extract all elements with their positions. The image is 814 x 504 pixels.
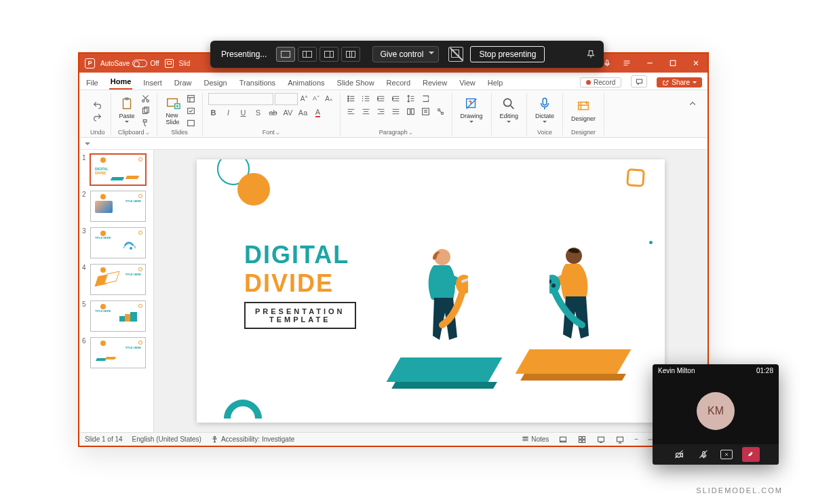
pin-icon[interactable] bbox=[585, 48, 597, 60]
share-button[interactable]: Share bbox=[657, 77, 702, 88]
slide-indicator[interactable]: Slide 1 of 14 bbox=[85, 435, 123, 443]
tab-transitions[interactable]: Transitions bbox=[238, 76, 277, 90]
layout-reporter-button[interactable] bbox=[319, 47, 338, 62]
font-size-dropdown[interactable] bbox=[275, 93, 298, 105]
tab-design[interactable]: Design bbox=[202, 76, 228, 90]
tab-file[interactable]: File bbox=[85, 76, 100, 90]
align-left-button[interactable] bbox=[346, 106, 357, 117]
text-direction-button[interactable] bbox=[421, 93, 431, 104]
decrease-font-button[interactable]: A˅ bbox=[311, 93, 322, 104]
share-screen-button[interactable] bbox=[720, 450, 733, 459]
decor-arc-icon bbox=[216, 391, 269, 423]
thumbnail-panel[interactable]: 1 DIGITALDIVIDE 2 TITLE HERE 3 TITLE HER… bbox=[79, 150, 154, 432]
thumbnail-3[interactable]: 3 TITLE HERE bbox=[82, 227, 151, 258]
strike-button[interactable]: ab bbox=[268, 107, 279, 118]
hang-up-button[interactable] bbox=[742, 447, 760, 462]
layout-side-button[interactable] bbox=[298, 47, 317, 62]
mic-off-button[interactable] bbox=[696, 447, 711, 462]
bold-button[interactable]: B bbox=[208, 107, 219, 118]
tab-help[interactable]: Help bbox=[486, 76, 505, 90]
tab-record[interactable]: Record bbox=[385, 76, 412, 90]
format-painter-button[interactable] bbox=[140, 117, 151, 128]
tab-slideshow[interactable]: Slide Show bbox=[336, 76, 376, 90]
reset-slide-button[interactable] bbox=[186, 105, 197, 116]
qat-dropdown-icon[interactable] bbox=[85, 142, 90, 148]
paste-button[interactable]: Paste bbox=[117, 95, 138, 126]
font-family-dropdown[interactable] bbox=[208, 93, 273, 105]
underline-button[interactable]: U bbox=[238, 107, 249, 118]
indent-inc-button[interactable] bbox=[391, 93, 402, 104]
teams-call-widget[interactable]: Kevin Milton 01:28 KM bbox=[653, 364, 779, 465]
shadow-button[interactable]: S bbox=[253, 107, 264, 118]
stop-presenting-button[interactable]: Stop presenting bbox=[470, 46, 545, 62]
popout-icon[interactable] bbox=[448, 47, 463, 62]
svg-rect-37 bbox=[598, 437, 604, 442]
tab-animations[interactable]: Animations bbox=[286, 76, 326, 90]
layout-button[interactable] bbox=[186, 93, 197, 104]
increase-font-button[interactable]: A˄ bbox=[299, 93, 310, 104]
dictate-button[interactable]: Dictate bbox=[532, 95, 557, 126]
comments-button[interactable] bbox=[631, 75, 647, 88]
normal-view-button[interactable] bbox=[558, 435, 568, 444]
char-spacing-button[interactable]: AV bbox=[283, 107, 294, 118]
thumbnail-1[interactable]: 1 DIGITALDIVIDE bbox=[82, 154, 151, 185]
thumbnail-5[interactable]: 5 TITLE HERE bbox=[82, 301, 151, 332]
reading-view-button[interactable] bbox=[596, 435, 606, 444]
record-button[interactable]: Record bbox=[580, 77, 621, 88]
bullets-button[interactable] bbox=[346, 93, 357, 104]
tab-insert[interactable]: Insert bbox=[142, 76, 163, 90]
slide-canvas[interactable]: DIGITAL DIVIDE PRESENTATION TEMPLATE bbox=[197, 159, 665, 423]
save-icon[interactable] bbox=[165, 59, 174, 68]
align-text-button[interactable] bbox=[421, 106, 431, 117]
autosave-toggle[interactable]: AutoSave Off bbox=[100, 60, 159, 67]
clear-format-button[interactable]: Aₓ bbox=[324, 93, 334, 104]
italic-button[interactable]: I bbox=[223, 107, 234, 118]
tab-view[interactable]: View bbox=[458, 76, 477, 90]
language-indicator[interactable]: English (United States) bbox=[132, 435, 201, 443]
thumbnail-2[interactable]: 2 TITLE HERE bbox=[82, 191, 151, 222]
camera-off-button[interactable] bbox=[672, 447, 686, 462]
tab-draw[interactable]: Draw bbox=[173, 76, 193, 90]
indent-dec-button[interactable] bbox=[376, 93, 387, 104]
columns-button[interactable] bbox=[406, 106, 416, 117]
layout-sidebyside-button[interactable] bbox=[341, 47, 360, 62]
notes-button[interactable]: Notes bbox=[522, 435, 549, 443]
tab-review[interactable]: Review bbox=[421, 76, 448, 90]
slide-canvas-area[interactable]: DIGITAL DIVIDE PRESENTATION TEMPLATE bbox=[154, 150, 708, 432]
close-button[interactable] bbox=[686, 54, 706, 72]
redo-button[interactable] bbox=[92, 111, 103, 122]
decor-small-dot-icon bbox=[649, 241, 653, 244]
cut-button[interactable] bbox=[140, 93, 151, 104]
drawing-button[interactable]: Drawing bbox=[458, 95, 486, 126]
tab-home[interactable]: Home bbox=[109, 75, 133, 90]
smartart-button[interactable] bbox=[435, 106, 446, 117]
give-control-dropdown[interactable]: Give control bbox=[372, 46, 439, 62]
designer-button[interactable]: Designer bbox=[568, 98, 598, 123]
slide-subtitle[interactable]: PRESENTATION TEMPLATE bbox=[244, 302, 356, 329]
accessibility-indicator[interactable]: Accessibility: Investigate bbox=[211, 435, 294, 443]
maximize-button[interactable] bbox=[663, 54, 683, 72]
new-slide-button[interactable]: New Slide bbox=[163, 94, 183, 127]
undo-button[interactable] bbox=[92, 99, 103, 110]
thumbnail-6[interactable]: 6 TITLE HERE bbox=[82, 337, 151, 368]
collapse-ribbon-button[interactable] bbox=[683, 93, 702, 111]
ribbon-display-icon[interactable] bbox=[617, 54, 637, 72]
copy-button[interactable] bbox=[140, 105, 151, 116]
slide-title[interactable]: DIGITAL DIVIDE bbox=[244, 241, 349, 298]
layout-standard-button[interactable] bbox=[276, 47, 295, 62]
justify-button[interactable] bbox=[391, 106, 402, 117]
slideshow-view-button[interactable] bbox=[615, 435, 625, 444]
minimize-button[interactable] bbox=[640, 54, 660, 72]
align-center-button[interactable] bbox=[361, 106, 372, 117]
change-case-button[interactable]: Aa bbox=[298, 107, 309, 118]
section-button[interactable] bbox=[186, 117, 197, 128]
numbering-button[interactable] bbox=[361, 93, 372, 104]
zoom-out-button[interactable]: − bbox=[634, 435, 638, 443]
editing-button[interactable]: Editing bbox=[497, 95, 522, 126]
svg-rect-39 bbox=[676, 453, 680, 457]
thumbnail-4[interactable]: 4 TITLE HERE bbox=[82, 264, 151, 295]
align-right-button[interactable] bbox=[376, 106, 387, 117]
line-spacing-button[interactable] bbox=[406, 93, 416, 104]
sorter-view-button[interactable] bbox=[577, 435, 587, 444]
font-color-button[interactable]: A bbox=[313, 107, 324, 118]
